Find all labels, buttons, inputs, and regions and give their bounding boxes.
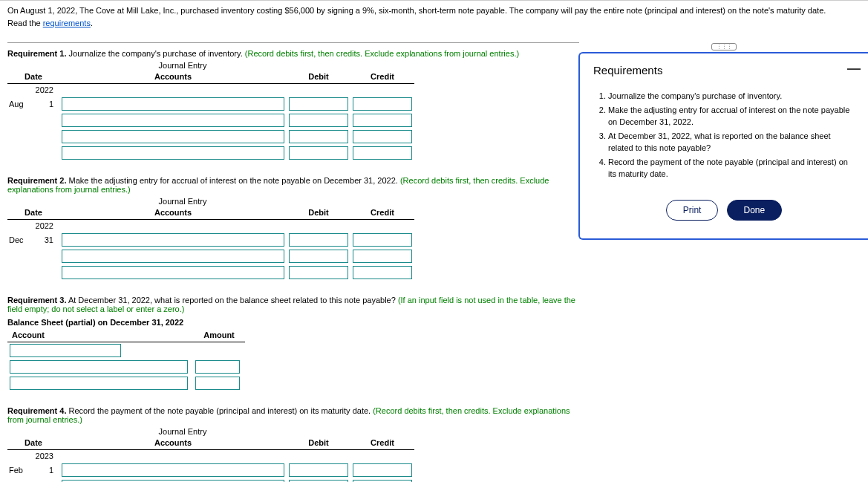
table-row [7, 375, 245, 391]
req2-col-date: Date [7, 206, 59, 220]
req2-month: Dec [7, 232, 31, 248]
requirement-3-line: Requirement 3. At December 31, 2022, wha… [7, 296, 587, 313]
intro-text: On August 1, 2022, The Cove at Mill Lake… [7, 6, 826, 15]
intro-read: Read the [7, 19, 43, 27]
req2-debit-input-3[interactable] [289, 266, 348, 279]
req1-account-input-4[interactable] [62, 146, 284, 160]
req1-month: Aug [7, 96, 31, 112]
req2-credit-input-2[interactable] [353, 250, 412, 263]
req1-credit-input-4[interactable] [353, 146, 412, 160]
req3-bs-table: Account Amount [7, 328, 245, 391]
req1-account-input-3[interactable] [62, 130, 284, 143]
req1-journal-table: Date Accounts Debit Credit 2022 Aug 1 [7, 70, 414, 161]
req4-text: Record the payment of the note payable (… [66, 406, 373, 415]
list-item: Make the adjusting entry for accrual of … [608, 104, 855, 128]
req4-col-accounts: Accounts [59, 436, 287, 450]
list-item: At December 31, 2022, what is reported o… [608, 130, 855, 154]
req2-journal-table: Date Accounts Debit Credit 2022 Dec 31 [7, 206, 414, 281]
req4-col-credit: Credit [350, 436, 414, 450]
req2-text: Make the adjusting entry for accrual of … [66, 176, 399, 185]
req1-col-credit: Credit [350, 70, 414, 84]
req3-account-input-1[interactable] [10, 344, 121, 357]
requirements-panel: ⋮⋮⋮ — Requirements Journalize the compan… [578, 52, 868, 240]
req2-day: 31 [31, 232, 59, 248]
req3-amount-input-2[interactable] [195, 360, 240, 374]
req4-year: 2023 [31, 450, 59, 463]
req1-debit-input-4[interactable] [289, 146, 348, 160]
req1-col-accounts: Accounts [59, 70, 287, 84]
req3-text: At December 31, 2022, what is reported o… [66, 296, 397, 304]
req4-journal-table: Date Accounts Debit Credit 2023 Feb 1 [7, 436, 414, 482]
req1-credit-input-3[interactable] [353, 130, 412, 143]
req4-col-date: Date [7, 436, 59, 450]
requirement-2-line: Requirement 2. Make the adjusting entry … [7, 176, 587, 194]
list-item: Journalize the company's purchase of inv… [608, 90, 855, 102]
req2-account-input-1[interactable] [62, 233, 284, 247]
req2-year: 2022 [31, 220, 59, 232]
list-item: Record the payment of the note payable (… [608, 156, 855, 180]
req1-account-input-2[interactable] [62, 114, 284, 127]
requirements-link[interactable]: requirements [43, 19, 91, 27]
req2-account-input-2[interactable] [62, 250, 284, 263]
req2-debit-input-2[interactable] [289, 250, 348, 263]
req3-account-input-2[interactable] [10, 360, 188, 374]
table-row [7, 359, 245, 375]
req2-col-credit: Credit [350, 206, 414, 220]
req1-credit-input-2[interactable] [353, 114, 412, 127]
table-row [7, 145, 414, 161]
done-button[interactable]: Done [727, 200, 783, 221]
table-row: Feb 1 [7, 462, 414, 478]
panel-drag-handle[interactable]: ⋮⋮⋮ [711, 43, 737, 51]
req2-debit-input-1[interactable] [289, 233, 348, 247]
req1-debit-input-1[interactable] [289, 97, 348, 111]
req4-credit-input-1[interactable] [353, 463, 412, 477]
problem-intro: On August 1, 2022, The Cove at Mill Lake… [7, 4, 861, 29]
req1-col-debit: Debit [287, 70, 350, 84]
table-row [7, 248, 414, 264]
req1-credit-input-1[interactable] [353, 97, 412, 111]
req2-col-accounts: Accounts [59, 206, 287, 220]
req1-col-date: Date [7, 70, 59, 84]
requirements-list: Journalize the company's purchase of inv… [593, 90, 855, 180]
req1-day: 1 [31, 96, 59, 112]
req3-account-input-3[interactable] [10, 377, 188, 390]
req1-label: Requirement 1. [7, 49, 66, 58]
req4-col-debit: Debit [287, 436, 350, 450]
minimize-icon[interactable]: — [847, 61, 861, 76]
req2-credit-input-3[interactable] [353, 266, 412, 279]
req2-credit-input-1[interactable] [353, 233, 412, 247]
table-row [7, 128, 414, 145]
table-row: Aug 1 [7, 96, 414, 112]
print-button[interactable]: Print [666, 200, 719, 221]
separator [7, 42, 579, 43]
req3-amount-input-3[interactable] [195, 377, 240, 390]
req2-col-debit: Debit [287, 206, 350, 220]
req1-debit-input-2[interactable] [289, 114, 348, 127]
table-row [7, 478, 414, 482]
req4-month: Feb [7, 462, 31, 478]
req3-bs-title: Balance Sheet (partial) on December 31, … [7, 318, 587, 327]
req1-hint: (Record debits first, then credits. Excl… [245, 49, 519, 58]
req2-je-title: Journal Entry [27, 197, 339, 206]
req2-label: Requirement 2. [7, 176, 66, 185]
top-border [0, 0, 868, 1]
req2-account-input-3[interactable] [62, 266, 284, 279]
req1-account-input-1[interactable] [62, 97, 284, 111]
panel-title: Requirements [593, 64, 855, 76]
table-row [7, 112, 414, 128]
req1-je-title: Journal Entry [27, 61, 339, 70]
req1-debit-input-3[interactable] [289, 130, 348, 143]
req4-je-title: Journal Entry [27, 427, 339, 436]
req4-account-input-1[interactable] [62, 463, 284, 477]
table-row [7, 342, 245, 359]
req4-debit-input-1[interactable] [289, 463, 348, 477]
requirement-4-line: Requirement 4. Record the payment of the… [7, 406, 587, 424]
req3-col-amount: Amount [193, 328, 245, 342]
table-row [7, 264, 414, 281]
req1-text: Journalize the company's purchase of inv… [66, 49, 244, 58]
req3-label: Requirement 3. [7, 296, 66, 304]
req4-label: Requirement 4. [7, 406, 66, 415]
req1-year: 2022 [31, 84, 59, 97]
req4-day: 1 [31, 462, 59, 478]
req3-col-account: Account [7, 328, 193, 342]
